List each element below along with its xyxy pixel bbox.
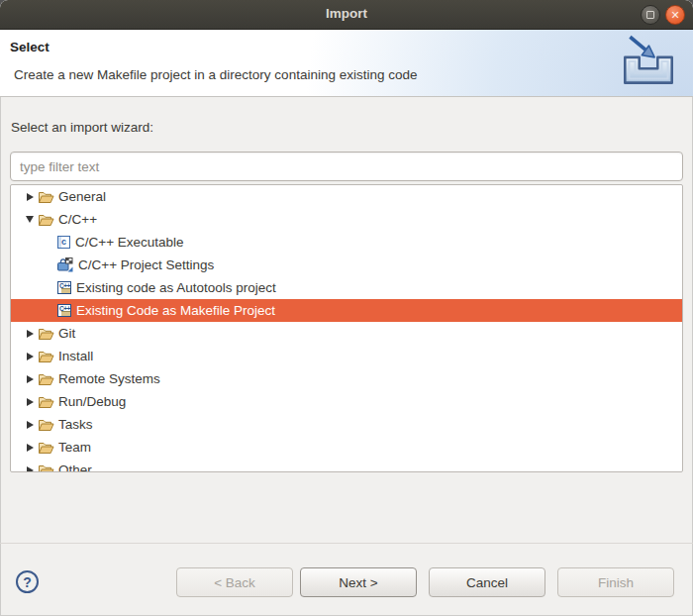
window-title: Import: [0, 6, 693, 21]
expand-arrow-icon[interactable]: [25, 373, 35, 385]
finish-button: Finish: [557, 567, 674, 597]
folder-icon: [38, 441, 54, 455]
footer-divider: [0, 543, 693, 544]
tree-item-tasks[interactable]: Tasks: [11, 413, 682, 436]
banner-title: Select: [10, 40, 50, 54]
c-executable-icon: c: [57, 236, 70, 249]
tree-item-label: C/C++: [58, 212, 97, 227]
tree-item-label: Tasks: [58, 417, 93, 432]
tree-item-label: C/C++ Project Settings: [78, 257, 214, 272]
banner-subtitle: Create a new Makefile project in a direc…: [14, 67, 417, 82]
folder-icon: [38, 418, 54, 432]
import-wizard-icon: [616, 34, 681, 93]
expand-arrow-icon[interactable]: [25, 191, 35, 203]
expand-arrow-icon[interactable]: [25, 419, 35, 431]
tree-item-label: Team: [58, 440, 91, 455]
folder-icon: [38, 327, 54, 341]
tree-item-team[interactable]: Team: [11, 436, 682, 459]
expand-arrow-icon[interactable]: [25, 464, 35, 473]
cpp-project-icon: C++: [57, 281, 71, 294]
folder-icon: [38, 213, 54, 227]
close-button[interactable]: ✕: [665, 5, 685, 25]
tree-item-git[interactable]: Git: [11, 322, 682, 345]
back-button: < Back: [176, 567, 293, 597]
filter-input[interactable]: [10, 152, 683, 181]
tree-item-c-c[interactable]: C/C++: [11, 208, 682, 231]
wizard-select-label: Select an import wizard:: [11, 120, 153, 135]
tree-item-general[interactable]: General: [11, 185, 682, 208]
titlebar[interactable]: Import ✕: [0, 0, 693, 30]
help-button[interactable]: ?: [16, 570, 39, 593]
tree-item-existing-code-as-makefile-project[interactable]: C++Existing Code as Makefile Project: [11, 299, 682, 322]
folder-icon: [38, 350, 54, 363]
folder-icon: [38, 190, 54, 204]
tree-item-label: Existing code as Autotools project: [76, 280, 276, 295]
close-icon: ✕: [670, 10, 679, 21]
tree-item-run-debug[interactable]: Run/Debug: [11, 390, 682, 413]
tree-item-label: C/C++ Executable: [75, 235, 184, 250]
wizard-tree: GeneralC/C++cC/C++ ExecutableC/C++ Proje…: [10, 184, 683, 472]
next-button[interactable]: Next >: [300, 567, 417, 597]
expand-arrow-icon[interactable]: [25, 442, 35, 454]
help-question-icon: ?: [23, 574, 32, 590]
tree-item-label: Git: [58, 326, 75, 341]
folder-icon: [38, 395, 54, 409]
maximize-button[interactable]: [641, 5, 660, 25]
folder-icon: [38, 463, 54, 473]
tree-item-c-c-executable[interactable]: cC/C++ Executable: [11, 231, 682, 254]
tree-item-label: Other: [58, 462, 92, 472]
tree-item-label: General: [58, 189, 106, 204]
tree-item-remote-systems[interactable]: Remote Systems: [11, 367, 682, 390]
expand-arrow-icon[interactable]: [25, 328, 35, 340]
tree-item-c-c-project-settings[interactable]: C/C++ Project Settings: [11, 254, 682, 276]
tree-item-label: Remote Systems: [58, 371, 160, 386]
tree-item-label: Install: [58, 349, 93, 363]
import-dialog-window: Import ✕ Select Create a new Makefile pr…: [0, 0, 693, 616]
tree-item-install[interactable]: Install: [11, 345, 682, 367]
tree-item-label: Run/Debug: [58, 394, 126, 409]
collapse-arrow-icon[interactable]: [25, 214, 35, 226]
wizard-banner: Select Create a new Makefile project in …: [0, 30, 693, 97]
expand-arrow-icon[interactable]: [25, 396, 35, 408]
cpp-project-icon: C++: [57, 304, 71, 317]
folder-icon: [38, 372, 54, 386]
maximize-icon: [646, 11, 654, 19]
project-settings-icon: [57, 257, 73, 272]
tree-item-label: Existing Code as Makefile Project: [76, 303, 275, 318]
expand-arrow-icon[interactable]: [25, 351, 35, 362]
tree-item-other[interactable]: Other: [11, 459, 682, 472]
cancel-button[interactable]: Cancel: [429, 567, 545, 597]
tree-item-existing-code-as-autotools-project[interactable]: C++Existing code as Autotools project: [11, 276, 682, 299]
